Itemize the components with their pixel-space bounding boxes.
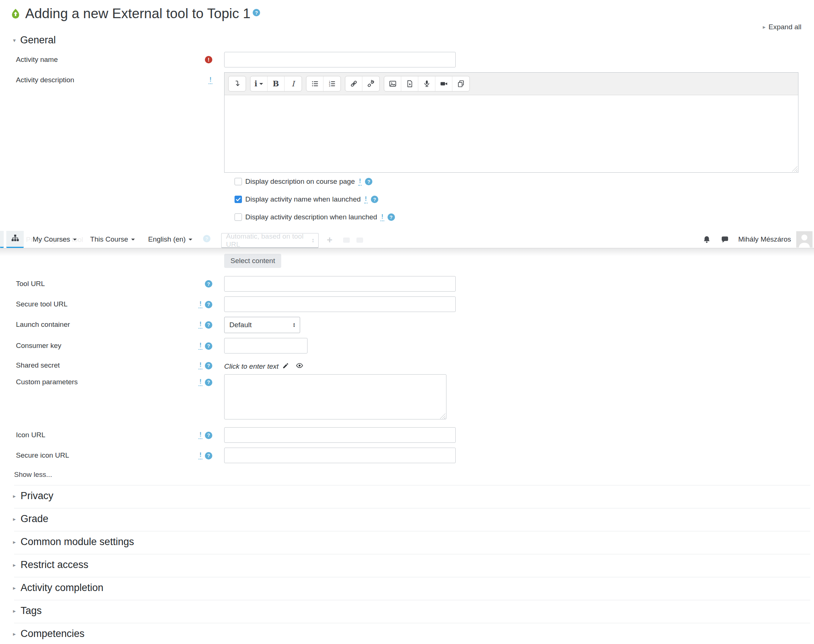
- help-icon[interactable]: ?: [205, 342, 212, 350]
- pencil-icon[interactable]: [282, 362, 289, 371]
- collapsed-triangle-icon: ▸: [13, 562, 16, 568]
- show-less-link[interactable]: Show less...: [14, 471, 814, 479]
- unordered-list-icon[interactable]: [307, 76, 323, 91]
- page-title: Adding a new External tool to Topic 1: [25, 6, 250, 22]
- help-icon[interactable]: ?: [205, 432, 212, 439]
- top-navbar: ? Automatic, based on tool URL ▴▾ + Prec…: [0, 231, 814, 248]
- secure-icon-url-row: Secure icon URL ! ?: [0, 448, 814, 463]
- collapse-toolbar-icon[interactable]: [228, 76, 246, 91]
- help-icon[interactable]: ?: [205, 379, 212, 386]
- record-audio-icon[interactable]: [418, 76, 435, 91]
- help-icon[interactable]: ?: [365, 178, 373, 185]
- help-icon[interactable]: ?: [205, 321, 212, 329]
- required-some-icon: !: [199, 301, 202, 308]
- record-video-icon[interactable]: [435, 76, 452, 91]
- divider: [14, 531, 810, 531]
- required-some-icon: !: [199, 362, 202, 370]
- resize-handle[interactable]: [792, 166, 797, 172]
- section-privacy[interactable]: ▸ Privacy: [13, 490, 814, 502]
- expand-all-link[interactable]: ▸ Expand all: [763, 23, 802, 31]
- display-activity-description-checkbox[interactable]: [235, 213, 242, 221]
- required-some-icon: !: [208, 76, 212, 84]
- help-icon[interactable]: ?: [205, 280, 212, 288]
- checkbox-label: Display description on course page: [245, 178, 355, 186]
- site-navigation-tab[interactable]: [6, 231, 24, 248]
- consumer-key-row: Consumer key ! ?: [0, 338, 814, 354]
- required-some-icon: !: [199, 452, 202, 460]
- shared-secret-row: Shared secret ! ? Click to enter text: [0, 358, 814, 371]
- secure-tool-url-input[interactable]: [224, 296, 456, 312]
- help-icon[interactable]: ?: [388, 213, 395, 221]
- nav-this-course[interactable]: This Course: [90, 235, 135, 244]
- required-some-icon: !: [199, 342, 202, 350]
- bold-icon[interactable]: B: [268, 76, 285, 91]
- activity-name-input[interactable]: [224, 52, 456, 67]
- nav-tab-partial[interactable]: [0, 231, 4, 248]
- ordered-list-icon[interactable]: 1 2 3: [323, 76, 340, 91]
- icon-url-input[interactable]: [224, 427, 456, 443]
- manage-files-icon[interactable]: [452, 76, 469, 91]
- display-description-checkbox[interactable]: [235, 178, 242, 185]
- link-icon[interactable]: [345, 76, 362, 91]
- consumer-key-label: Consumer key: [16, 342, 61, 350]
- help-icon[interactable]: ?: [371, 196, 378, 203]
- unlink-icon[interactable]: [362, 76, 379, 91]
- divider: [14, 554, 810, 554]
- section-competencies[interactable]: ▸ Competencies: [13, 628, 814, 639]
- nav-language[interactable]: English (en): [148, 235, 192, 244]
- collapsed-triangle-icon: ▸: [13, 539, 16, 545]
- required-some-icon: !: [364, 196, 368, 204]
- shared-secret-edit-text[interactable]: Click to enter text: [224, 362, 279, 371]
- help-icon[interactable]: ?: [253, 9, 260, 16]
- insert-image-icon[interactable]: [384, 76, 401, 91]
- display-name-checkbox[interactable]: [235, 196, 242, 203]
- secure-icon-url-input[interactable]: [224, 448, 456, 463]
- ghost-add-tool-icon: +: [327, 234, 332, 246]
- tool-url-input[interactable]: [224, 276, 456, 291]
- activity-name-row: Activity name !: [0, 52, 814, 67]
- section-common-module-settings[interactable]: ▸ Common module settings: [13, 536, 814, 547]
- italic-icon[interactable]: I: [285, 76, 302, 91]
- notifications-bell-icon[interactable]: [702, 235, 711, 244]
- launch-container-row: Launch container ! ? Default ▴▾: [0, 317, 814, 333]
- user-menu[interactable]: Mihály Mészáros: [738, 235, 791, 244]
- launch-container-select[interactable]: Default ▴▾: [224, 317, 300, 333]
- section-grade[interactable]: ▸ Grade: [13, 513, 814, 525]
- avatar[interactable]: [796, 231, 812, 247]
- nav-my-courses[interactable]: My Courses: [32, 235, 77, 244]
- section-tags[interactable]: ▸ Tags: [13, 605, 814, 616]
- insert-media-icon[interactable]: [401, 76, 418, 91]
- secure-tool-url-row: Secure tool URL ! ?: [0, 296, 814, 312]
- activity-name-label: Activity name: [16, 55, 58, 64]
- icon-url-label: Icon URL: [16, 431, 45, 439]
- collapsed-triangle-icon: ▸: [13, 516, 16, 522]
- section-general[interactable]: ▾ General: [13, 34, 814, 46]
- messages-icon[interactable]: [720, 235, 729, 244]
- divider: [14, 600, 810, 600]
- activity-description-row: Activity description ! i: [0, 72, 814, 173]
- required-some-icon: !: [199, 321, 202, 329]
- section-restrict-access[interactable]: ▸ Restrict access: [13, 559, 814, 570]
- help-icon[interactable]: ?: [205, 452, 212, 460]
- divider: [14, 623, 810, 623]
- caret-down-icon: [73, 239, 77, 241]
- sitemap-icon: [11, 234, 19, 244]
- help-icon[interactable]: ?: [205, 362, 212, 370]
- display-name-checkbox-row: Display activity name when launched ! ?: [235, 195, 814, 204]
- description-textarea[interactable]: [225, 95, 798, 172]
- custom-parameters-textarea[interactable]: [224, 374, 446, 419]
- collapsed-triangle-icon: ▸: [13, 631, 16, 636]
- paragraph-styles-icon[interactable]: i: [250, 76, 268, 91]
- display-activity-description-checkbox-row: Display activity description when launch…: [235, 213, 814, 221]
- select-content-button[interactable]: Select content: [224, 254, 281, 268]
- help-icon[interactable]: ?: [205, 301, 212, 308]
- required-some-icon: !: [380, 213, 384, 221]
- divider: [14, 485, 810, 485]
- tool-url-row: Tool URL ?: [0, 276, 814, 291]
- eye-icon[interactable]: [296, 362, 304, 371]
- consumer-key-input[interactable]: [224, 338, 308, 354]
- section-activity-completion[interactable]: ▸ Activity completion: [13, 582, 814, 593]
- svg-text:3: 3: [329, 84, 331, 87]
- expanded-triangle-icon: ▾: [13, 37, 16, 43]
- divider: [14, 577, 810, 577]
